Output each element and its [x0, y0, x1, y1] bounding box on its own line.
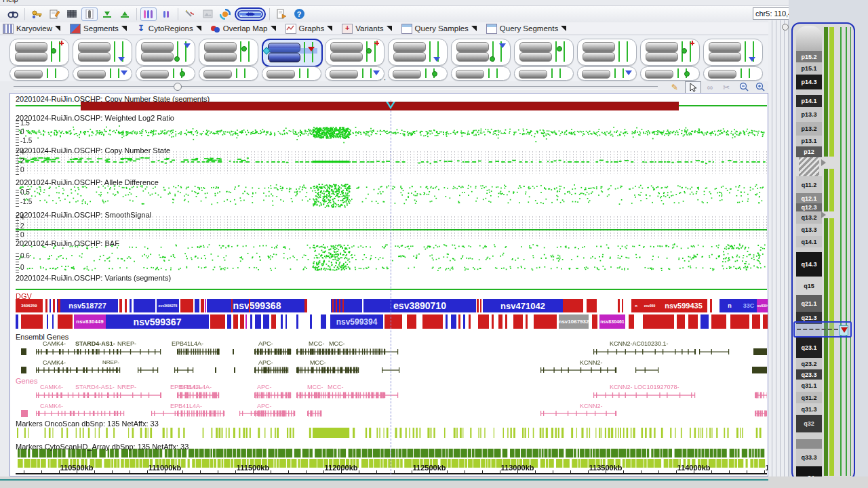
tab-graphs[interactable]: Graphs: [285, 23, 333, 35]
ideogram-container[interactable]: p15.2p15.1p14.3p14.1p13.3p13.2p13.1p12q1…: [791, 22, 855, 481]
dgv-segment[interactable]: [451, 314, 456, 329]
zoom-out-button[interactable]: [736, 81, 751, 93]
ideogram-band-p12[interactable]: p12: [796, 146, 822, 157]
dgv-segment[interactable]: n: [719, 299, 740, 312]
dgv-segment[interactable]: [643, 314, 674, 329]
tab-segments[interactable]: Segments: [70, 23, 127, 35]
dgv-segment[interactable]: [336, 299, 337, 312]
dgv-segment[interactable]: nsv518727: [57, 299, 118, 312]
dgv-segment[interactable]: esv369: [641, 299, 658, 312]
gene-label[interactable]: MCC-: [309, 340, 325, 347]
position-cursor-line[interactable]: [391, 100, 391, 474]
column-view-button[interactable]: [81, 7, 98, 21]
chromosome-thumbnail[interactable]: [136, 39, 195, 66]
dgv-segment[interactable]: 3606259: [16, 299, 43, 312]
track-label-variants[interactable]: 20201024-RuiJin.OSCHP: Variants (segment…: [16, 274, 171, 282]
dgv-segment[interactable]: [125, 299, 127, 312]
zoom-in-button[interactable]: [753, 81, 768, 93]
report-export-button[interactable]: [273, 7, 290, 21]
dgv-segment[interactable]: [730, 314, 749, 329]
dgv-segment[interactable]: [255, 314, 261, 329]
dgv-segment[interactable]: [458, 314, 460, 329]
tab-variants[interactable]: + Variants: [342, 23, 391, 35]
dgv-segment[interactable]: [339, 299, 340, 312]
dgv-segment[interactable]: [304, 299, 307, 312]
ideogram-band-q31.3[interactable]: q31.3: [796, 403, 822, 415]
chromosome-thumbnail[interactable]: [577, 66, 637, 81]
dgv-segment[interactable]: [480, 299, 481, 312]
dgv-segment[interactable]: [505, 314, 507, 329]
ideogram-band-unlabeled[interactable]: [796, 439, 822, 449]
tab-menu-flag-icon[interactable]: [55, 26, 60, 31]
dgv-segment[interactable]: [710, 299, 712, 312]
dgv-segment[interactable]: [618, 299, 620, 312]
track-label-log2[interactable]: 20201024-RuiJin.OSCHP: Weighted Log2 Rat…: [16, 114, 174, 122]
tab-cytoregions[interactable]: ↧ CytoRegions: [136, 23, 201, 35]
dgv-segment[interactable]: nsv830461: [599, 314, 625, 329]
dgv-segment[interactable]: [240, 314, 244, 329]
ideogram-gap[interactable]: [796, 432, 822, 439]
gene-label[interactable]: EPB41L4A-: [170, 403, 202, 409]
ideogram-top-cap[interactable]: [796, 26, 822, 51]
gene-label[interactable]: EPB41L4A-: [172, 340, 203, 347]
ideogram-band-q31.2[interactable]: q31.2: [796, 392, 822, 403]
track-label-smoothsignal[interactable]: 20201024-RuiJin.OSCHP: SmoothSignal: [16, 211, 151, 219]
gene-label[interactable]: CAMK4-: [40, 384, 63, 390]
dgv-segment[interactable]: esv3606278: [157, 299, 179, 312]
ideogram-band-q14.3[interactable]: q14.3: [796, 252, 822, 277]
dgv-segment[interactable]: [52, 314, 54, 329]
cnv-segment-bar[interactable]: [81, 102, 679, 110]
chromosome-thumbnail-selected[interactable]: 5: [262, 39, 323, 67]
ideogram-band-q23.1[interactable]: q23.1: [796, 338, 822, 358]
dgv-segment[interactable]: [50, 299, 51, 312]
dgv-segment[interactable]: [53, 299, 55, 312]
dgv-segment[interactable]: [233, 314, 238, 329]
gene-label[interactable]: MCC-: [307, 384, 323, 390]
zoom-slider-rail[interactable]: [14, 86, 658, 89]
dgv-segment[interactable]: [281, 314, 283, 329]
gene-label[interactable]: APC-: [257, 384, 272, 390]
dgv-segment[interactable]: [205, 299, 206, 312]
chromosome-thumbnail[interactable]: [73, 39, 132, 66]
track-label-markers-cytoscan[interactable]: Markers CytoScanHD_Array dbSnp: 135 NetA…: [16, 443, 189, 451]
dgv-segment[interactable]: [58, 314, 73, 329]
annotate-pencil-button[interactable]: ✎: [667, 81, 682, 93]
track-label-markers-oncoscan[interactable]: Markers OncoScan dbSnp: 135 NetAffx: 33: [16, 420, 159, 428]
dgv-segment[interactable]: nsv599394: [330, 314, 383, 329]
chromosome-thumbnail[interactable]: [262, 66, 321, 81]
chromosome-thumbnail[interactable]: [9, 39, 69, 66]
edit-note-button[interactable]: [46, 7, 62, 21]
ideogram-band-p13.2[interactable]: p13.2: [796, 122, 822, 136]
dgv-segment[interactable]: [47, 314, 48, 329]
chromosome-thumbnail[interactable]: [640, 66, 700, 81]
dgv-segment[interactable]: [21, 314, 43, 329]
dgv-segment[interactable]: nsv599435: [661, 299, 706, 312]
dgv-segment[interactable]: [711, 314, 726, 329]
chromosome-thumbnail[interactable]: [577, 39, 637, 66]
zoom-slider-knob[interactable]: [174, 83, 182, 91]
dgv-segment[interactable]: [263, 314, 269, 329]
find-button[interactable]: [5, 7, 21, 21]
dgv-segment[interactable]: [469, 314, 471, 329]
link-tool-button[interactable]: ∞: [703, 81, 717, 93]
dgv-segment[interactable]: [58, 299, 60, 312]
ideogram-band-q21.1[interactable]: q21.1: [796, 295, 822, 312]
tab-menu-flag-icon[interactable]: [471, 26, 477, 31]
move-marker-up-button[interactable]: [117, 7, 133, 21]
dgv-segment[interactable]: [195, 299, 199, 312]
dgv-segment[interactable]: [478, 314, 489, 329]
ideogram-band-p15.2[interactable]: p15.2: [796, 51, 822, 62]
dgv-segment[interactable]: [629, 314, 634, 329]
dgv-segment[interactable]: [296, 314, 298, 329]
ideogram-band-p14.1[interactable]: p14.1: [796, 95, 822, 107]
gene-label[interactable]: APC-: [258, 359, 273, 366]
ideogram-band-q12.1[interactable]: q12.1: [796, 193, 822, 203]
gene-label[interactable]: MCC-: [329, 340, 345, 347]
ideogram-band-p14.3[interactable]: p14.3: [796, 75, 822, 89]
gene-label[interactable]: KCNN2-: [580, 359, 603, 366]
dgv-segment[interactable]: [492, 314, 494, 329]
tab-overlap-map[interactable]: Overlap Map: [211, 23, 276, 35]
chromosome-thumbnail[interactable]: [388, 39, 448, 66]
dgv-segment[interactable]: [249, 299, 250, 312]
dgv-segment[interactable]: [130, 299, 132, 312]
